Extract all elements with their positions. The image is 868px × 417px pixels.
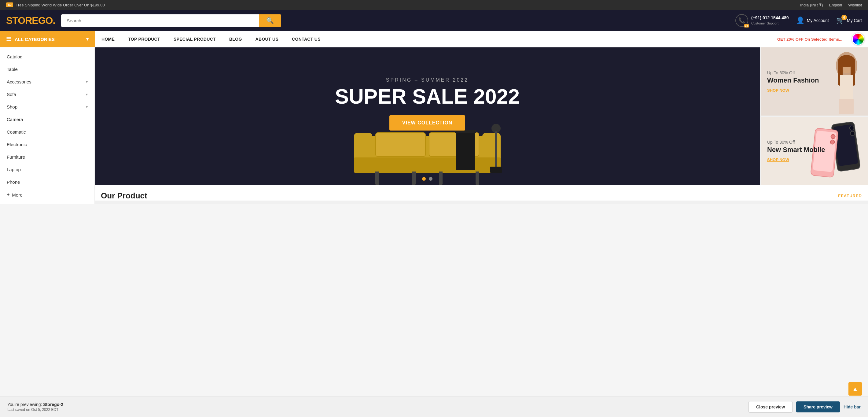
banner1-content: Up To 60% Off Women Fashion SHOP NOW — [767, 70, 862, 93]
top-bar-left: 🏷 Free Shipping World Wide Order Over On… — [6, 2, 105, 7]
nav-item-top-product[interactable]: TOP PRODUCT — [121, 31, 167, 47]
slider-dots — [422, 177, 432, 181]
svg-point-13 — [831, 134, 835, 139]
lamp-pole — [495, 131, 497, 168]
slider-dot-2[interactable] — [429, 177, 432, 181]
sidebar: Catalog Table Accessories ▾ Sofa ▾ Shop … — [0, 48, 95, 204]
nav-item-about-us[interactable]: ABOUT US — [249, 31, 285, 47]
products-title: Our Product — [101, 191, 147, 201]
support-label: Customer Support — [751, 21, 778, 25]
hamburger-icon: ☰ — [6, 36, 11, 42]
sidebar-item-electronic[interactable]: Electronic — [0, 138, 94, 151]
chevron-icon: ▾ — [86, 92, 88, 97]
shipping-text: Free Shipping World Wide Order Over On $… — [16, 3, 105, 7]
header: STOREGO. 🔍 📞 24 (+91) 012 1544 489 Custo… — [0, 10, 868, 31]
sidebar-item-cosmatic[interactable]: Cosmatic — [0, 126, 94, 138]
sidebar-label-sofa: Sofa — [7, 92, 16, 97]
sidebar-label-table: Table — [7, 67, 18, 72]
sidebar-item-shop[interactable]: Shop ▾ — [0, 100, 94, 113]
nav-promo: GET 20% OFF On Selected Items... — [771, 31, 848, 47]
hero-subtitle: SPRING – SUMMER 2022 — [335, 77, 520, 83]
products-header: Our Product FEATURED — [101, 191, 862, 201]
logo-text-2: GO. — [38, 15, 55, 26]
hero-cta-button[interactable]: View Collection — [390, 115, 465, 130]
banner-women-fashion: Up To 60% Off Women Fashion SHOP NOW — [761, 48, 868, 116]
chevron-icon: ▾ — [86, 105, 88, 109]
sidebar-item-catalog[interactable]: Catalog — [0, 51, 94, 63]
sidebar-label-cosmatic: Cosmatic — [7, 129, 26, 135]
account-button[interactable]: 👤 My Account — [796, 17, 829, 25]
banner2-cta[interactable]: SHOP NOW — [767, 157, 789, 162]
promo-text: GET 20% OFF On Selected Items... — [777, 37, 842, 41]
sidebar-item-furniture[interactable]: Furniture — [0, 151, 94, 163]
banner1-title: Women Fashion — [767, 77, 862, 84]
nav-wrapper: ☰ ALL CATEGORIES ▾ HOME TOP PRODUCT SPEC… — [0, 31, 868, 48]
sidebar-label-electronic: Electronic — [7, 142, 27, 147]
lamp-base — [490, 167, 502, 173]
sofa-leg-3 — [439, 172, 442, 185]
sofa-leg-1 — [375, 172, 379, 185]
nav-menu: HOME TOP PRODUCT SPECIAL PRODUCT BLOG AB… — [95, 31, 868, 47]
products-tab-featured[interactable]: FEATURED — [838, 193, 862, 198]
side-table-body — [456, 133, 475, 170]
banner2-tag: Up To 30% Off — [767, 140, 862, 145]
top-bar: 🏷 Free Shipping World Wide Order Over On… — [0, 0, 868, 10]
banner1-tag: Up To 60% Off — [767, 70, 862, 75]
logo-text-1: STORE — [6, 15, 38, 26]
banner2-title: New Smart Mobile — [767, 146, 862, 154]
shipping-tag-icon: 🏷 — [6, 2, 13, 7]
top-bar-right: India (INR ₹) English Wishlist — [800, 3, 862, 7]
sidebar-item-accessories[interactable]: Accessories ▾ — [0, 76, 94, 88]
nav-item-contact-us[interactable]: CONTACT US — [285, 31, 327, 47]
banner2-content: Up To 30% Off New Smart Mobile SHOP NOW — [767, 140, 862, 162]
all-categories-button[interactable]: ☰ ALL CATEGORIES ▾ — [0, 31, 95, 47]
account-label: My Account — [807, 18, 829, 23]
wishlist-link[interactable]: Wishlist — [848, 3, 862, 7]
hero-title: SUPER SALE 2022 — [335, 86, 520, 107]
cart-button[interactable]: 🛒 0 My Cart — [836, 17, 862, 25]
search-input[interactable] — [61, 14, 259, 27]
search-button[interactable]: 🔍 — [259, 14, 281, 27]
sidebar-item-camera[interactable]: Camera — [0, 113, 94, 126]
support-badge: 24 — [744, 24, 749, 28]
hero-content: SPRING – SUMMER 2022 SUPER SALE 2022 Vie… — [329, 71, 526, 137]
right-banners: Up To 60% Off Women Fashion SHOP NOW — [761, 48, 868, 185]
hero-slider: SPRING – SUMMER 2022 SUPER SALE 2022 Vie… — [95, 48, 760, 185]
svg-point-10 — [850, 131, 855, 136]
support-phone: (+91) 012 1544 489 — [751, 15, 789, 20]
chevron-icon: ▾ — [86, 80, 88, 84]
banner1-cta[interactable]: SHOP NOW — [767, 88, 789, 93]
nav-item-home[interactable]: HOME — [95, 31, 121, 47]
sidebar-more-button[interactable]: + More — [0, 188, 94, 201]
language-selector[interactable]: English — [829, 3, 842, 7]
sidebar-label-shop: Shop — [7, 104, 18, 110]
svg-point-9 — [849, 126, 854, 130]
our-products-section: Our Product FEATURED — [95, 185, 868, 201]
hero-area: SPRING – SUMMER 2022 SUPER SALE 2022 Vie… — [95, 48, 868, 204]
sidebar-label-phone: Phone — [7, 179, 20, 185]
sidebar-item-sofa[interactable]: Sofa ▾ — [0, 88, 94, 100]
cart-icon-wrap: 🛒 0 — [836, 17, 844, 25]
nav-item-special-product[interactable]: SPECIAL PRODUCT — [167, 31, 222, 47]
nav-item-blog[interactable]: BLOG — [222, 31, 249, 47]
sidebar-label-laptop: Laptop — [7, 167, 21, 172]
sofa-leg-2 — [412, 172, 416, 185]
plus-icon: + — [7, 192, 9, 198]
sidebar-item-laptop[interactable]: Laptop — [0, 163, 94, 176]
sidebar-more-label: More — [12, 192, 22, 198]
header-right: 📞 24 (+91) 012 1544 489 Customer Support… — [735, 14, 862, 27]
sidebar-item-table[interactable]: Table — [0, 63, 94, 76]
support-text: (+91) 012 1544 489 Customer Support — [751, 15, 789, 26]
main-content: Catalog Table Accessories ▾ Sofa ▾ Shop … — [0, 48, 868, 204]
slider-dot-1[interactable] — [422, 177, 426, 181]
svg-rect-6 — [839, 99, 854, 114]
sidebar-label-camera: Camera — [7, 117, 23, 122]
cart-badge: 0 — [841, 15, 847, 20]
logo[interactable]: STOREGO. — [6, 15, 55, 26]
account-icon: 👤 — [796, 17, 804, 25]
sidebar-label-furniture: Furniture — [7, 154, 25, 159]
color-wheel-icon[interactable] — [852, 33, 864, 45]
sidebar-label-accessories: Accessories — [7, 79, 31, 84]
region-selector[interactable]: India (INR ₹) — [800, 3, 823, 7]
sidebar-item-phone[interactable]: Phone — [0, 176, 94, 188]
